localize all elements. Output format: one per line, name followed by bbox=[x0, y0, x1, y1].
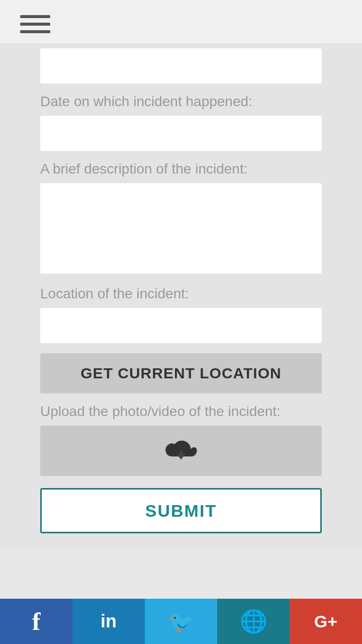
linkedin-icon: in bbox=[101, 611, 117, 632]
get-location-button[interactable]: GET CURRENT LOCATION bbox=[40, 353, 322, 393]
hamburger-menu[interactable] bbox=[20, 15, 50, 33]
globe-button[interactable]: 🌐 bbox=[217, 599, 290, 644]
description-label: A brief description of the incident: bbox=[40, 161, 322, 177]
main-content: Date on which incident happened: A brief… bbox=[0, 43, 362, 548]
upload-area[interactable] bbox=[40, 426, 322, 476]
header bbox=[0, 0, 362, 43]
globe-icon: 🌐 bbox=[240, 608, 267, 634]
date-label: Date on which incident happened: bbox=[40, 94, 322, 110]
googleplus-icon: G+ bbox=[314, 612, 337, 631]
form-container: Date on which incident happened: A brief… bbox=[40, 43, 322, 533]
description-input[interactable] bbox=[40, 183, 322, 274]
googleplus-button[interactable]: G+ bbox=[290, 599, 362, 644]
facebook-icon: f bbox=[32, 607, 41, 636]
hamburger-line-3 bbox=[20, 30, 50, 33]
twitter-button[interactable]: 🐦 bbox=[145, 599, 217, 644]
cloud-upload-icon bbox=[163, 435, 199, 467]
location-label: Location of the incident: bbox=[40, 286, 322, 302]
facebook-button[interactable]: f bbox=[0, 599, 72, 644]
social-footer: f in 🐦 🌐 G+ bbox=[0, 599, 362, 644]
submit-button[interactable]: SUBMIT bbox=[40, 488, 322, 533]
twitter-icon: 🐦 bbox=[168, 609, 194, 634]
linkedin-button[interactable]: in bbox=[72, 599, 145, 644]
date-input[interactable] bbox=[40, 116, 322, 151]
upload-label: Upload the photo/video of the incident: bbox=[40, 404, 322, 420]
partial-input-field[interactable] bbox=[40, 48, 322, 84]
location-input[interactable] bbox=[40, 308, 322, 343]
hamburger-line-2 bbox=[20, 23, 50, 26]
hamburger-line-1 bbox=[20, 15, 50, 18]
